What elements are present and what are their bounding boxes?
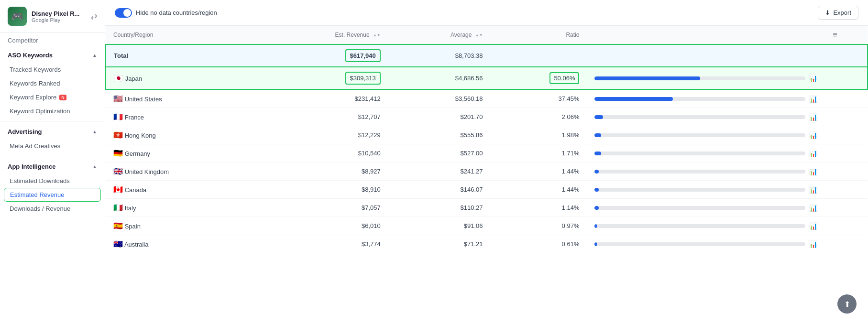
chart-icon[interactable]: 📊 xyxy=(809,186,817,194)
country-flag: 🇦🇺 xyxy=(113,240,123,248)
app-header[interactable]: 🎮 Disney Pixel R... Google Play ⇄ xyxy=(0,0,105,33)
sidebar-item-estimated-revenue[interactable]: Estimated Revenue xyxy=(4,188,101,202)
table-row: 🇪🇸 Spain $6,010 $91.06 0.97% 📊 xyxy=(106,217,868,235)
country-flag: 🇩🇪 xyxy=(113,149,123,157)
country-name: Canada xyxy=(125,186,147,194)
aso-arrow-icon: ▲ xyxy=(92,53,97,58)
bar-fill xyxy=(594,242,596,246)
row-menu xyxy=(825,217,868,235)
average-cell: $71.21 xyxy=(388,235,491,253)
bar-fill xyxy=(594,133,601,137)
bar-bg xyxy=(594,206,805,210)
country-name: United States xyxy=(125,96,162,103)
country-cell: 🇮🇹 Italy xyxy=(106,199,258,217)
average-cell: $241.27 xyxy=(388,162,491,181)
app-intelligence-arrow-icon: ▲ xyxy=(92,164,97,169)
app-icon-image: 🎮 xyxy=(8,7,27,26)
bar-bg xyxy=(594,188,805,192)
sidebar-item-keywords-ranked[interactable]: Keywords Ranked xyxy=(0,76,105,90)
table-row: 🇨🇦 Canada $8,910 $146.07 1.44% 📊 xyxy=(106,181,868,199)
aso-keywords-group[interactable]: ASO Keywords ▲ xyxy=(0,48,105,63)
country-flag: 🇮🇹 xyxy=(113,204,123,212)
row-menu xyxy=(825,162,868,181)
ratio-cell: 1.98% xyxy=(491,126,587,144)
col-bar xyxy=(587,26,825,44)
average-cell: $4,686.56 xyxy=(388,67,491,89)
bar-bg xyxy=(594,170,805,173)
scroll-to-top-button[interactable]: ⬆ xyxy=(837,294,857,314)
row-menu xyxy=(825,181,868,199)
chart-icon[interactable]: 📊 xyxy=(809,222,817,230)
sidebar-divider-1 xyxy=(0,121,105,121)
country-flag: 🇫🇷 xyxy=(113,113,123,121)
bar-fill xyxy=(594,97,672,101)
row-menu xyxy=(825,89,868,108)
country-cell: 🇩🇪 Germany xyxy=(106,144,258,162)
chart-icon[interactable]: 📊 xyxy=(809,150,817,157)
row-menu xyxy=(825,235,868,253)
total-label: Total xyxy=(106,44,258,67)
row-menu xyxy=(825,144,868,162)
table-header-row: Country/Region Est. Revenue ▲▼ Average ▲… xyxy=(106,26,868,44)
sort-arrows-average[interactable]: ▲▼ xyxy=(475,33,483,37)
chart-icon[interactable]: 📊 xyxy=(809,204,817,212)
country-flag: 🇺🇸 xyxy=(113,95,123,103)
app-intelligence-group[interactable]: App Intelligence ▲ xyxy=(0,159,105,174)
ratio-cell: 50.06% xyxy=(491,67,587,89)
new-badge: N xyxy=(59,95,66,100)
col-average: Average ▲▼ xyxy=(388,26,491,44)
country-flag: 🇯🇵 xyxy=(114,74,123,82)
row-menu xyxy=(825,199,868,217)
chart-icon[interactable]: 📊 xyxy=(809,75,817,82)
row-menu xyxy=(825,67,868,89)
col-country: Country/Region xyxy=(106,26,258,44)
country-cell: 🇨🇦 Canada xyxy=(106,181,258,199)
total-ratio xyxy=(491,44,587,67)
chart-icon[interactable]: 📊 xyxy=(809,95,817,103)
bar-cell: 📊 xyxy=(587,217,825,235)
chart-icon[interactable]: 📊 xyxy=(809,113,817,121)
bar-fill xyxy=(594,206,599,210)
bar-fill xyxy=(594,152,601,155)
table-row: 🇯🇵 Japan $309,313 $4,686.56 50.06% 📊 xyxy=(106,67,868,89)
bar-fill xyxy=(594,170,599,173)
revenue-cell: $10,540 xyxy=(258,144,388,162)
swap-icon[interactable]: ⇄ xyxy=(91,12,97,21)
country-flag: 🇨🇦 xyxy=(113,185,123,194)
revenue-cell: $309,313 xyxy=(258,67,388,89)
export-button[interactable]: ⬇ Export xyxy=(818,6,858,20)
table-row: 🇬🇧 United Kingdom $8,927 $241.27 1.44% 📊 xyxy=(106,162,868,181)
country-cell: 🇫🇷 France xyxy=(106,108,258,126)
country-flag: 🇪🇸 xyxy=(113,222,123,230)
average-cell: $201.70 xyxy=(388,108,491,126)
chart-icon[interactable]: 📊 xyxy=(809,131,817,139)
revenue-cell: $231,412 xyxy=(258,89,388,108)
row-menu xyxy=(825,108,868,126)
table-row: 🇦🇺 Australia $3,774 $71.21 0.61% 📊 xyxy=(106,235,868,253)
revenue-cell: $6,010 xyxy=(258,217,388,235)
advertising-group[interactable]: Advertising ▲ xyxy=(0,124,105,139)
sidebar-item-meta-ad-creatives[interactable]: Meta Ad Creatives xyxy=(0,139,105,153)
sidebar-item-tracked-keywords[interactable]: Tracked Keywords xyxy=(0,63,105,76)
bar-cell: 📊 xyxy=(587,162,825,181)
bar-cell: 📊 xyxy=(587,67,825,89)
sort-arrows-revenue[interactable]: ▲▼ xyxy=(373,33,381,37)
app-intelligence-label: App Intelligence xyxy=(8,163,55,170)
hide-no-data-toggle[interactable] xyxy=(115,8,132,18)
bar-bg xyxy=(594,76,805,80)
country-cell: 🇭🇰 Hong Kong xyxy=(106,126,258,144)
chart-icon[interactable]: 📊 xyxy=(809,168,817,175)
sidebar-item-keyword-explore[interactable]: Keyword Explore N xyxy=(0,90,105,104)
country-name: Germany xyxy=(125,150,150,157)
app-platform: Google Play xyxy=(32,17,86,23)
chart-icon[interactable]: 📊 xyxy=(809,240,817,248)
country-flag: 🇭🇰 xyxy=(113,131,123,139)
sidebar-item-estimated-downloads[interactable]: Estimated Downloads xyxy=(0,174,105,188)
app-name: Disney Pixel R... xyxy=(32,10,86,17)
ratio-cell: 0.97% xyxy=(491,217,587,235)
sidebar-item-downloads-revenue[interactable]: Downloads / Revenue xyxy=(0,202,105,216)
bar-bg xyxy=(594,133,805,137)
average-cell: $91.06 xyxy=(388,217,491,235)
sidebar-item-keyword-optimization[interactable]: Keyword Optimization xyxy=(0,104,105,118)
menu-icon[interactable]: ≡ xyxy=(833,31,837,39)
